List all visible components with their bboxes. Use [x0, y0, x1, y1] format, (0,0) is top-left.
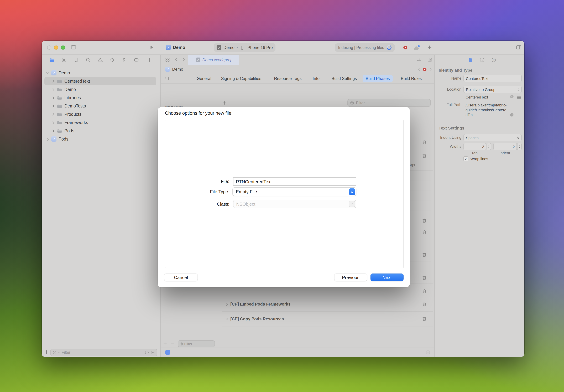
jumpbar-title[interactable]: Demo	[172, 67, 183, 72]
indent-width-field[interactable]: 2	[494, 143, 517, 150]
chevron-right-icon[interactable]	[225, 317, 229, 321]
hide-targets-sidebar-icon[interactable]	[164, 76, 169, 81]
tree-row-demo-folder[interactable]: Demo	[42, 85, 160, 93]
delete-phase-icon[interactable]	[422, 301, 427, 308]
search-icon[interactable]	[85, 57, 91, 63]
previous-issue-icon[interactable]	[417, 67, 421, 71]
tab-build-settings[interactable]: Build Settings	[329, 75, 360, 82]
chevron-right-icon[interactable]	[51, 96, 55, 100]
toggle-navigator-icon[interactable]	[70, 44, 76, 50]
file-inspector-icon[interactable]	[468, 57, 473, 63]
chevron-right-icon[interactable]	[51, 129, 55, 133]
phases-filter-field[interactable]: Filter	[347, 99, 431, 107]
reports-icon[interactable]	[145, 57, 151, 63]
debug-icon[interactable]	[122, 57, 127, 63]
tab-info[interactable]: Info	[310, 75, 323, 82]
delete-phase-icon[interactable]	[422, 230, 427, 236]
add-editor-icon[interactable]	[427, 57, 432, 62]
chevron-right-icon[interactable]	[51, 87, 55, 91]
delete-phase-icon[interactable]	[422, 275, 427, 282]
tree-row-frameworks[interactable]: Frameworks	[42, 118, 160, 126]
name-field[interactable]: CenteredText	[464, 75, 522, 82]
tab-build-phases[interactable]: Build Phases	[363, 75, 393, 82]
delete-phase-icon[interactable]	[422, 140, 427, 146]
minimize-button[interactable]	[54, 45, 58, 50]
editor-options-icon[interactable]	[425, 350, 431, 355]
indent-width-stepper[interactable]	[517, 143, 522, 150]
run-button[interactable]	[149, 45, 154, 50]
tree-row-pods-project[interactable]: Pods	[42, 135, 160, 143]
chevron-right-icon[interactable]	[225, 302, 229, 306]
tree-row-demo-project[interactable]: Demo	[42, 69, 160, 77]
choose-folder-icon[interactable]	[516, 94, 522, 99]
chevron-right-icon[interactable]	[51, 79, 55, 83]
chevron-right-icon[interactable]	[51, 104, 55, 108]
chevron-right-icon[interactable]	[51, 112, 55, 116]
recent-files-icon[interactable]	[145, 350, 149, 355]
tab-resource-tags[interactable]: Resource Tags	[271, 75, 305, 82]
zoom-button[interactable]	[61, 45, 65, 50]
targets-filter-field[interactable]: Filter	[178, 340, 215, 347]
clear-location-icon[interactable]	[509, 94, 514, 99]
add-target-button[interactable]	[163, 341, 167, 346]
chevron-right-icon[interactable]	[51, 120, 55, 125]
bookmarks-icon[interactable]	[73, 57, 79, 63]
delete-phase-icon[interactable]	[422, 316, 427, 323]
related-items-grid-icon[interactable]	[165, 57, 170, 62]
tab-build-rules[interactable]: Build Rules	[398, 75, 425, 82]
tree-row-libraries[interactable]: Libraries	[42, 94, 160, 102]
add-build-phase-button[interactable]	[222, 100, 227, 105]
cancel-button[interactable]: Cancel	[164, 274, 198, 281]
source-control-icon[interactable]	[61, 57, 67, 63]
tab-demo-xcodeproj[interactable]: Demo.xcodeproj	[188, 55, 239, 65]
class-combo-box[interactable]: NSObject	[233, 200, 356, 208]
indent-using-dropdown[interactable]: Spaces	[464, 134, 522, 141]
phase-embed-pods-frameworks[interactable]: [CP] Embed Pods Frameworks	[230, 302, 290, 307]
next-button[interactable]: Next	[371, 274, 404, 281]
tab-width-stepper[interactable]	[486, 143, 491, 150]
tree-row-products[interactable]: Products	[42, 110, 160, 118]
tree-row-centeredtext[interactable]: CenteredText	[42, 77, 160, 85]
tests-icon[interactable]	[110, 57, 115, 63]
breakpoints-icon[interactable]	[134, 57, 139, 63]
back-icon[interactable]	[174, 57, 178, 62]
checkbox-checked-icon[interactable]: ✓	[464, 156, 468, 161]
remove-target-button[interactable]	[170, 341, 175, 346]
chevron-down-icon[interactable]	[46, 71, 50, 75]
tab-general[interactable]: General	[193, 75, 214, 82]
add-file-button[interactable]	[44, 350, 49, 354]
add-button[interactable]	[427, 45, 432, 50]
source-control-filter-icon[interactable]	[151, 350, 155, 355]
chevron-right-icon[interactable]	[46, 137, 50, 141]
issue-badge-icon[interactable]	[423, 67, 427, 72]
swap-editor-icon[interactable]	[416, 57, 421, 62]
help-inspector-icon[interactable]	[491, 57, 496, 63]
wrap-lines-checkbox-row[interactable]: ✓ Wrap lines	[464, 156, 488, 161]
delete-phase-icon[interactable]	[422, 153, 427, 160]
issues-icon[interactable]	[97, 57, 103, 63]
forward-icon[interactable]	[181, 57, 186, 62]
delete-phase-icon[interactable]	[422, 218, 427, 224]
toggle-inspector-icon[interactable]	[516, 44, 522, 50]
next-issue-icon[interactable]	[429, 67, 433, 71]
tab-width-field[interactable]: 2	[464, 143, 486, 150]
previous-button[interactable]: Previous	[334, 274, 367, 281]
cloud-status-icon[interactable]	[413, 45, 419, 52]
filter-indicator-icon[interactable]	[165, 350, 170, 355]
phase-copy-pods-resources[interactable]: [CP] Copy Pods Resources	[230, 317, 284, 321]
activity-view[interactable]: Indexing | Processing files	[335, 43, 395, 52]
scheme-selector[interactable]: Demo › iPhone 16 Pro	[214, 43, 275, 52]
delete-phase-icon[interactable]	[422, 252, 427, 259]
tree-row-pods-folder[interactable]: Pods	[42, 127, 160, 135]
history-inspector-icon[interactable]	[479, 57, 485, 63]
open-path-arrow-icon[interactable]	[509, 113, 514, 117]
error-count-icon[interactable]	[403, 45, 408, 50]
location-dropdown[interactable]: Relative to Group	[464, 86, 522, 93]
project-navigator-icon[interactable]	[49, 57, 55, 63]
delete-phase-icon[interactable]	[422, 289, 427, 295]
tab-signing-capabilities[interactable]: Signing & Capabilities	[218, 75, 264, 82]
file-name-input[interactable]: RTNCenteredText	[233, 177, 356, 186]
tree-row-demotests[interactable]: DemoTests	[42, 102, 160, 110]
file-type-popup[interactable]: Empty File	[233, 187, 356, 196]
close-button[interactable]	[47, 45, 51, 50]
